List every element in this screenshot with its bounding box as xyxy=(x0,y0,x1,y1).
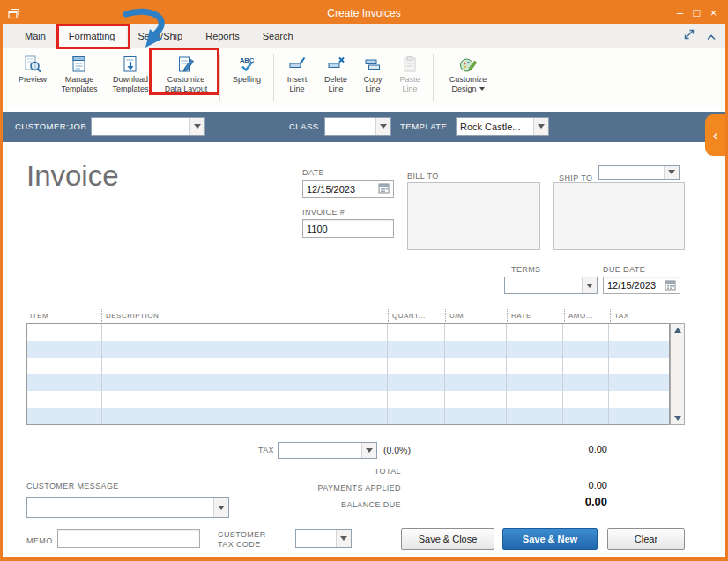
table-cell[interactable] xyxy=(102,374,388,391)
bill-to-box[interactable] xyxy=(407,182,540,250)
minimize-button[interactable]: – xyxy=(672,3,688,24)
manage-templates-button[interactable]: Manage Templates xyxy=(54,53,105,94)
table-cell[interactable] xyxy=(609,324,669,341)
table-cell[interactable] xyxy=(445,408,507,424)
tax-dropdown[interactable] xyxy=(278,442,377,459)
table-cell[interactable] xyxy=(445,341,507,358)
table-cell[interactable] xyxy=(563,341,609,358)
ship-to-dropdown[interactable] xyxy=(598,165,680,180)
table-cell[interactable] xyxy=(609,408,669,424)
customer-message-dropdown[interactable] xyxy=(26,497,229,518)
ship-to-caret-icon[interactable] xyxy=(664,166,679,179)
table-cell[interactable] xyxy=(102,391,388,408)
table-row[interactable] xyxy=(27,408,669,424)
table-cell[interactable] xyxy=(27,391,102,408)
table-cell[interactable] xyxy=(507,324,564,341)
template-dropdown[interactable]: Rock Castle... xyxy=(456,117,549,136)
close-button[interactable]: × xyxy=(705,3,722,24)
due-date-field[interactable]: 12/15/2023 xyxy=(603,277,680,294)
table-cell[interactable] xyxy=(388,408,445,424)
customer-job-caret-icon[interactable] xyxy=(189,118,204,135)
column-header-um[interactable]: U/M xyxy=(445,309,507,322)
table-cell[interactable] xyxy=(388,374,445,391)
customize-design-button[interactable]: Customize Design xyxy=(437,53,499,94)
clear-button[interactable]: Clear xyxy=(607,528,685,550)
table-row[interactable] xyxy=(27,358,669,374)
table-row[interactable] xyxy=(27,391,669,408)
calendar-icon[interactable] xyxy=(665,279,676,292)
table-cell[interactable] xyxy=(27,408,102,424)
table-cell[interactable] xyxy=(563,358,609,374)
table-cell[interactable] xyxy=(27,341,102,358)
ship-to-box[interactable] xyxy=(553,182,685,250)
customer-message-caret-icon[interactable] xyxy=(213,498,228,517)
table-cell[interactable] xyxy=(388,358,445,374)
table-cell[interactable] xyxy=(388,341,445,358)
date-field[interactable]: 12/15/2023 xyxy=(302,180,394,198)
table-cell[interactable] xyxy=(388,391,445,408)
class-caret-icon[interactable] xyxy=(375,118,390,135)
terms-dropdown[interactable] xyxy=(504,277,598,294)
table-cell[interactable] xyxy=(507,391,564,408)
tab-reports[interactable]: Reports xyxy=(194,24,251,48)
table-cell[interactable] xyxy=(102,341,388,358)
delete-line-button[interactable]: Delete Line xyxy=(316,53,355,94)
insert-line-button[interactable]: Insert Line xyxy=(278,53,316,94)
scroll-up-icon[interactable] xyxy=(671,324,684,336)
table-cell[interactable] xyxy=(102,324,388,341)
table-cell[interactable] xyxy=(27,324,102,341)
column-header-tax[interactable]: TAX xyxy=(610,309,670,322)
table-cell[interactable] xyxy=(507,341,564,358)
column-header-item[interactable]: ITEM xyxy=(26,309,101,322)
table-cell[interactable] xyxy=(445,324,507,341)
table-row[interactable] xyxy=(27,324,669,341)
table-cell[interactable] xyxy=(388,324,445,341)
tab-search[interactable]: Search xyxy=(251,24,305,48)
memo-field[interactable] xyxy=(57,529,200,548)
class-dropdown[interactable] xyxy=(324,117,391,136)
table-cell[interactable] xyxy=(609,391,669,408)
calendar-icon[interactable] xyxy=(378,182,390,196)
table-cell[interactable] xyxy=(507,374,564,391)
table-cell[interactable] xyxy=(609,341,669,358)
invoice-number-field[interactable]: 1100 xyxy=(302,219,394,238)
table-cell[interactable] xyxy=(609,358,669,374)
table-row[interactable] xyxy=(27,341,669,358)
customer-job-dropdown[interactable] xyxy=(91,117,205,136)
save-new-button[interactable]: Save & New xyxy=(502,528,598,550)
column-header-amount[interactable]: AMO... xyxy=(564,309,610,322)
table-cell[interactable] xyxy=(563,324,609,341)
table-row[interactable] xyxy=(27,374,669,391)
table-scrollbar[interactable] xyxy=(670,323,685,425)
column-header-description[interactable]: DESCRIPTION xyxy=(101,309,388,322)
table-cell[interactable] xyxy=(445,358,507,374)
preview-button[interactable]: Preview xyxy=(11,53,54,85)
customer-tax-code-caret-icon[interactable] xyxy=(336,530,351,547)
column-header-rate[interactable]: RATE xyxy=(507,309,564,322)
collapse-panel-tab[interactable]: ‹ xyxy=(705,114,725,156)
scroll-down-icon[interactable] xyxy=(671,412,684,424)
tab-main[interactable]: Main xyxy=(13,24,57,48)
save-close-button[interactable]: Save & Close xyxy=(401,528,494,550)
copy-line-button[interactable]: Copy Line xyxy=(355,53,390,94)
table-cell[interactable] xyxy=(507,408,564,424)
table-cell[interactable] xyxy=(445,391,507,408)
table-cell[interactable] xyxy=(445,374,507,391)
table-cell[interactable] xyxy=(563,408,609,424)
template-caret-icon[interactable] xyxy=(533,118,548,135)
maximize-button[interactable]: □ xyxy=(688,3,705,24)
table-cell[interactable] xyxy=(563,391,609,408)
table-cell[interactable] xyxy=(563,374,609,391)
table-cell[interactable] xyxy=(27,358,102,374)
customer-tax-code-dropdown[interactable] xyxy=(295,529,352,548)
spelling-button[interactable]: ABC Spelling xyxy=(224,53,270,85)
expand-window-icon[interactable] xyxy=(683,28,695,44)
table-cell[interactable] xyxy=(102,358,388,374)
table-cell[interactable] xyxy=(609,374,669,391)
table-cell[interactable] xyxy=(27,374,102,391)
terms-caret-icon[interactable] xyxy=(582,277,597,293)
column-header-quantity[interactable]: QUANT... xyxy=(388,309,445,322)
table-cell[interactable] xyxy=(507,358,564,374)
table-cell[interactable] xyxy=(102,408,388,424)
tax-caret-icon[interactable] xyxy=(361,443,376,458)
